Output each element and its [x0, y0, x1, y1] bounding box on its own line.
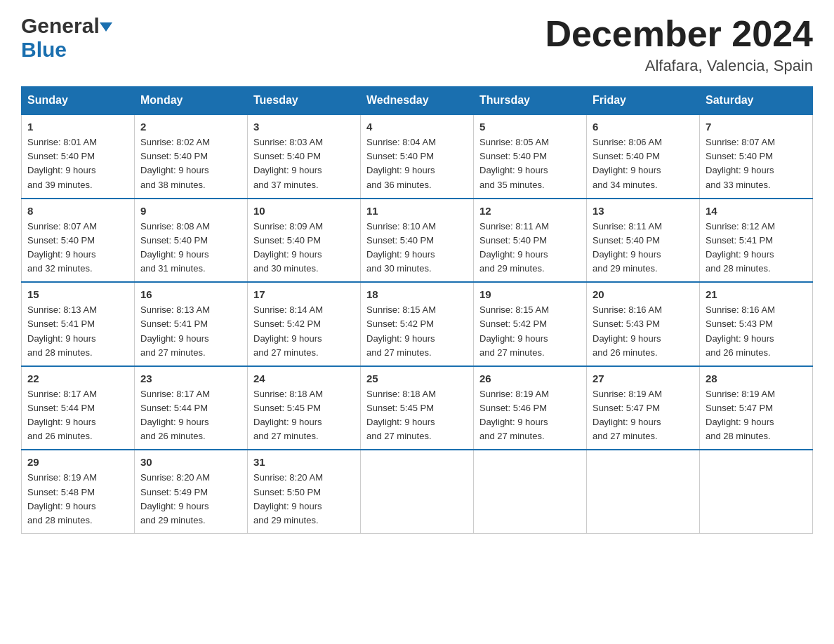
- col-friday: Friday: [587, 87, 700, 115]
- day-number: 20: [593, 288, 694, 300]
- day-detail: Sunrise: 8:16 AMSunset: 5:43 PMDaylight:…: [706, 303, 807, 360]
- cell-week3-day4: 18Sunrise: 8:15 AMSunset: 5:42 PMDayligh…: [361, 282, 474, 366]
- day-detail: Sunrise: 8:14 AMSunset: 5:42 PMDaylight:…: [253, 303, 355, 360]
- day-detail: Sunrise: 8:17 AMSunset: 5:44 PMDaylight:…: [140, 387, 241, 444]
- location: Alfafara, Valencia, Spain: [545, 57, 813, 75]
- cell-week1-day6: 6Sunrise: 8:06 AMSunset: 5:40 PMDaylight…: [587, 114, 700, 199]
- day-detail: Sunrise: 8:02 AMSunset: 5:40 PMDaylight:…: [140, 135, 241, 192]
- day-detail: Sunrise: 8:08 AMSunset: 5:40 PMDaylight:…: [140, 220, 241, 276]
- day-number: 30: [140, 456, 241, 468]
- day-detail: Sunrise: 8:09 AMSunset: 5:40 PMDaylight:…: [253, 220, 355, 276]
- day-detail: Sunrise: 8:19 AMSunset: 5:47 PMDaylight:…: [593, 387, 694, 444]
- day-number: 12: [479, 205, 581, 217]
- day-detail: Sunrise: 8:12 AMSunset: 5:41 PMDaylight:…: [706, 220, 807, 276]
- day-detail: Sunrise: 8:11 AMSunset: 5:40 PMDaylight:…: [479, 220, 581, 276]
- cell-week3-day7: 21Sunrise: 8:16 AMSunset: 5:43 PMDayligh…: [700, 282, 813, 366]
- logo: General Blue: [21, 14, 112, 62]
- col-sunday: Sunday: [22, 87, 135, 115]
- day-number: 16: [140, 288, 241, 300]
- day-number: 23: [140, 373, 241, 384]
- cell-week5-day5: [474, 450, 587, 533]
- month-title: December 2024: [545, 14, 813, 54]
- cell-week1-day2: 2Sunrise: 8:02 AMSunset: 5:40 PMDaylight…: [135, 114, 248, 199]
- cell-week3-day6: 20Sunrise: 8:16 AMSunset: 5:43 PMDayligh…: [587, 282, 700, 366]
- cell-week4-day2: 23Sunrise: 8:17 AMSunset: 5:44 PMDayligh…: [135, 366, 248, 450]
- cell-week1-day4: 4Sunrise: 8:04 AMSunset: 5:40 PMDaylight…: [361, 114, 474, 199]
- day-detail: Sunrise: 8:17 AMSunset: 5:44 PMDaylight:…: [27, 387, 128, 444]
- cell-week4-day1: 22Sunrise: 8:17 AMSunset: 5:44 PMDayligh…: [22, 366, 135, 450]
- day-detail: Sunrise: 8:20 AMSunset: 5:49 PMDaylight:…: [140, 471, 241, 528]
- day-detail: Sunrise: 8:11 AMSunset: 5:40 PMDaylight:…: [593, 220, 694, 276]
- calendar-header: Sunday Monday Tuesday Wednesday Thursday…: [22, 87, 813, 115]
- day-detail: Sunrise: 8:10 AMSunset: 5:40 PMDaylight:…: [366, 220, 468, 276]
- day-detail: Sunrise: 8:19 AMSunset: 5:48 PMDaylight:…: [27, 471, 128, 528]
- cell-week5-day4: [361, 450, 474, 533]
- week-row-1: 1Sunrise: 8:01 AMSunset: 5:40 PMDaylight…: [22, 114, 813, 199]
- cell-week2-day5: 12Sunrise: 8:11 AMSunset: 5:40 PMDayligh…: [474, 199, 587, 283]
- cell-week2-day4: 11Sunrise: 8:10 AMSunset: 5:40 PMDayligh…: [361, 199, 474, 283]
- day-number: 26: [479, 373, 581, 384]
- day-detail: Sunrise: 8:15 AMSunset: 5:42 PMDaylight:…: [479, 303, 581, 360]
- calendar-table: Sunday Monday Tuesday Wednesday Thursday…: [21, 86, 813, 534]
- day-number: 27: [593, 373, 694, 384]
- cell-week5-day7: [700, 450, 813, 533]
- col-saturday: Saturday: [700, 87, 813, 115]
- day-detail: Sunrise: 8:06 AMSunset: 5:40 PMDaylight:…: [593, 135, 694, 192]
- day-number: 21: [706, 288, 807, 300]
- day-number: 7: [706, 121, 807, 133]
- logo-blue: Blue: [21, 38, 67, 61]
- col-monday: Monday: [135, 87, 248, 115]
- day-detail: Sunrise: 8:05 AMSunset: 5:40 PMDaylight:…: [479, 135, 581, 192]
- header-row: Sunday Monday Tuesday Wednesday Thursday…: [22, 87, 813, 115]
- cell-week2-day7: 14Sunrise: 8:12 AMSunset: 5:41 PMDayligh…: [700, 199, 813, 283]
- cell-week2-day2: 9Sunrise: 8:08 AMSunset: 5:40 PMDaylight…: [135, 199, 248, 283]
- day-number: 17: [253, 288, 355, 300]
- day-number: 29: [27, 456, 128, 468]
- day-detail: Sunrise: 8:19 AMSunset: 5:46 PMDaylight:…: [479, 387, 581, 444]
- cell-week3-day1: 15Sunrise: 8:13 AMSunset: 5:41 PMDayligh…: [22, 282, 135, 366]
- day-detail: Sunrise: 8:03 AMSunset: 5:40 PMDaylight:…: [253, 135, 355, 192]
- day-detail: Sunrise: 8:15 AMSunset: 5:42 PMDaylight:…: [366, 303, 468, 360]
- day-number: 24: [253, 373, 355, 384]
- cell-week1-day5: 5Sunrise: 8:05 AMSunset: 5:40 PMDaylight…: [474, 114, 587, 199]
- day-number: 9: [140, 205, 241, 217]
- col-thursday: Thursday: [474, 87, 587, 115]
- calendar-body: 1Sunrise: 8:01 AMSunset: 5:40 PMDaylight…: [22, 114, 813, 533]
- cell-week4-day7: 28Sunrise: 8:19 AMSunset: 5:47 PMDayligh…: [700, 366, 813, 450]
- cell-week4-day3: 24Sunrise: 8:18 AMSunset: 5:45 PMDayligh…: [248, 366, 361, 450]
- cell-week4-day4: 25Sunrise: 8:18 AMSunset: 5:45 PMDayligh…: [361, 366, 474, 450]
- day-detail: Sunrise: 8:07 AMSunset: 5:40 PMDaylight:…: [706, 135, 807, 192]
- cell-week3-day3: 17Sunrise: 8:14 AMSunset: 5:42 PMDayligh…: [248, 282, 361, 366]
- day-detail: Sunrise: 8:18 AMSunset: 5:45 PMDaylight:…: [366, 387, 468, 444]
- cell-week1-day3: 3Sunrise: 8:03 AMSunset: 5:40 PMDaylight…: [248, 114, 361, 199]
- day-detail: Sunrise: 8:04 AMSunset: 5:40 PMDaylight:…: [366, 135, 468, 192]
- day-number: 14: [706, 205, 807, 217]
- day-detail: Sunrise: 8:20 AMSunset: 5:50 PMDaylight:…: [253, 471, 355, 528]
- day-number: 4: [366, 121, 468, 133]
- day-number: 19: [479, 288, 581, 300]
- day-detail: Sunrise: 8:18 AMSunset: 5:45 PMDaylight:…: [253, 387, 355, 444]
- col-tuesday: Tuesday: [248, 87, 361, 115]
- cell-week4-day5: 26Sunrise: 8:19 AMSunset: 5:46 PMDayligh…: [474, 366, 587, 450]
- cell-week2-day1: 8Sunrise: 8:07 AMSunset: 5:40 PMDaylight…: [22, 199, 135, 283]
- day-number: 6: [593, 121, 694, 133]
- day-number: 5: [479, 121, 581, 133]
- week-row-3: 15Sunrise: 8:13 AMSunset: 5:41 PMDayligh…: [22, 282, 813, 366]
- cell-week5-day2: 30Sunrise: 8:20 AMSunset: 5:49 PMDayligh…: [135, 450, 248, 533]
- logo-triangle-icon: [100, 22, 112, 32]
- day-number: 8: [27, 205, 128, 217]
- week-row-2: 8Sunrise: 8:07 AMSunset: 5:40 PMDaylight…: [22, 199, 813, 283]
- day-detail: Sunrise: 8:13 AMSunset: 5:41 PMDaylight:…: [140, 303, 241, 360]
- day-number: 22: [27, 373, 128, 384]
- logo-general: General: [21, 14, 100, 38]
- day-detail: Sunrise: 8:01 AMSunset: 5:40 PMDaylight:…: [27, 135, 128, 192]
- title-area: December 2024 Alfafara, Valencia, Spain: [545, 14, 813, 75]
- cell-week2-day6: 13Sunrise: 8:11 AMSunset: 5:40 PMDayligh…: [587, 199, 700, 283]
- cell-week5-day3: 31Sunrise: 8:20 AMSunset: 5:50 PMDayligh…: [248, 450, 361, 533]
- day-number: 1: [27, 121, 128, 133]
- week-row-5: 29Sunrise: 8:19 AMSunset: 5:48 PMDayligh…: [22, 450, 813, 533]
- day-number: 3: [253, 121, 355, 133]
- cell-week5-day6: [587, 450, 700, 533]
- day-number: 31: [253, 456, 355, 468]
- page-header: General Blue December 2024 Alfafara, Val…: [21, 14, 813, 75]
